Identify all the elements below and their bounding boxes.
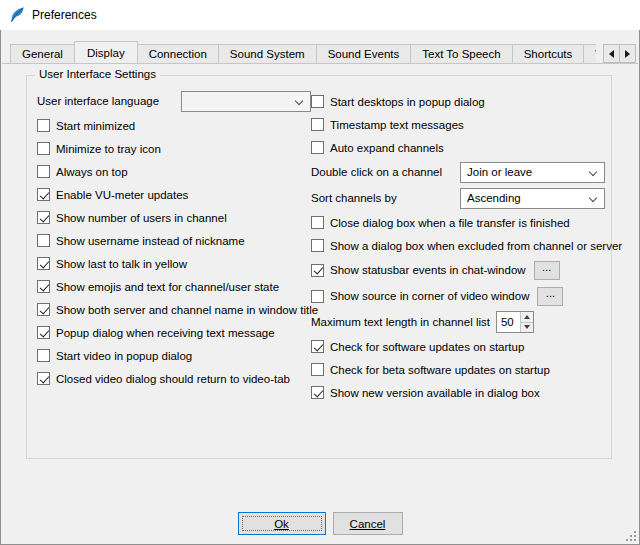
checkbox-box — [37, 188, 50, 201]
checkbox-box — [311, 216, 324, 229]
triangle-down-icon — [524, 325, 530, 329]
checkbox-software-updates[interactable]: Check for software updates on startup — [311, 335, 605, 358]
double-click-label: Double click on a channel — [311, 166, 442, 178]
app-feather-icon — [8, 6, 26, 24]
window-title: Preferences — [32, 8, 97, 22]
tab-shortcuts[interactable]: Shortcuts — [512, 44, 585, 63]
video-source-config-button[interactable]: ... — [537, 287, 563, 306]
checkbox-box — [311, 118, 324, 131]
checkbox-box — [37, 372, 50, 385]
tab-pane-border — [2, 63, 638, 64]
tab-scroll-left-button[interactable] — [603, 44, 620, 63]
max-text-length-spinner[interactable]: 50 — [496, 311, 534, 333]
tab-text-to-speech[interactable]: Text To Speech — [410, 44, 512, 63]
checkbox-show-user-count[interactable]: Show number of users in channel — [37, 206, 311, 229]
checkbox-box — [37, 234, 50, 247]
checkbox-new-version-dialog[interactable]: Show new version available in dialog box — [311, 381, 605, 404]
chevron-down-icon — [589, 193, 597, 201]
max-text-length-label: Maximum text length in channel list — [311, 316, 490, 328]
double-click-value: Join or leave — [467, 166, 532, 178]
tab-scroll-right-button[interactable] — [619, 44, 636, 63]
group-title: User Interface Settings — [35, 68, 160, 80]
tab-bar: General Display Connection Sound System … — [10, 41, 596, 63]
checkbox-emojis-text-state[interactable]: Show emojis and text for channel/user st… — [37, 275, 311, 298]
language-label: User interface language — [37, 95, 159, 107]
checkbox-server-channel-title[interactable]: Show both server and channel name in win… — [37, 298, 311, 321]
checkbox-minimize-to-tray[interactable]: Minimize to tray icon — [37, 137, 311, 160]
right-column: Start desktops in popup dialog Timestamp… — [311, 90, 605, 404]
double-click-row: Double click on a channel Join or leave — [311, 159, 605, 185]
checkbox-video-return-tab[interactable]: Closed video dialog should return to vid… — [37, 367, 311, 390]
checkbox-excluded-dialog[interactable]: Show a dialog box when excluded from cha… — [311, 234, 605, 257]
spin-up-button[interactable] — [521, 312, 533, 323]
resize-grip-icon[interactable] — [624, 529, 637, 542]
checkbox-desktops-popup[interactable]: Start desktops in popup dialog — [311, 90, 605, 113]
max-text-length-row: Maximum text length in channel list 50 — [311, 309, 605, 335]
video-source-row: Show source in corner of video window ..… — [311, 283, 605, 309]
double-click-select[interactable]: Join or leave — [460, 162, 605, 183]
checkbox-box — [311, 141, 324, 154]
tab-video[interactable]: Video — [583, 44, 596, 63]
ui-settings-group: User Interface Settings User interface l… — [26, 75, 612, 459]
checkbox-box — [311, 340, 324, 353]
checkbox-close-file-transfer[interactable]: Close dialog box when a file transfer is… — [311, 211, 605, 234]
tab-general[interactable]: General — [10, 44, 75, 63]
sort-channels-label: Sort channels by — [311, 192, 397, 204]
button-box: Ok Cancel — [0, 512, 640, 535]
checkbox-box — [311, 239, 324, 252]
checkbox-box — [37, 165, 50, 178]
tab-sound-events[interactable]: Sound Events — [316, 44, 412, 63]
tab-connection[interactable]: Connection — [137, 44, 219, 63]
checkbox-timestamp-messages[interactable]: Timestamp text messages — [311, 113, 605, 136]
checkbox-last-talk-yellow[interactable]: Show last to talk in yellow — [37, 252, 311, 275]
titlebar: Preferences — [0, 0, 640, 30]
checkbox-box — [37, 303, 50, 316]
sort-channels-row: Sort channels by Ascending — [311, 185, 605, 211]
statusbar-events-row: Show statusbar events in chat-window ... — [311, 257, 605, 283]
checkbox-statusbar-events[interactable]: Show statusbar events in chat-window — [311, 264, 526, 277]
preferences-window: Preferences General Display Connection S… — [0, 0, 640, 545]
checkbox-box — [311, 290, 324, 303]
checkbox-box — [37, 119, 50, 132]
left-column: User interface language Start minimized … — [37, 88, 311, 390]
checkbox-box — [37, 280, 50, 293]
checkbox-box — [37, 211, 50, 224]
checkbox-vu-meter-updates[interactable]: Enable VU-meter updates — [37, 183, 311, 206]
tab-sound-system[interactable]: Sound System — [218, 44, 317, 63]
checkbox-box — [311, 363, 324, 376]
spin-down-button[interactable] — [521, 323, 533, 333]
chevron-down-icon — [589, 167, 597, 175]
cancel-button[interactable]: Cancel — [333, 512, 403, 535]
checkbox-box — [311, 386, 324, 399]
checkbox-auto-expand-channels[interactable]: Auto expand channels — [311, 136, 605, 159]
checkbox-popup-text-message[interactable]: Popup dialog when receiving text message — [37, 321, 311, 344]
ok-button[interactable]: Ok — [238, 512, 326, 535]
triangle-right-icon — [625, 50, 630, 58]
language-row: User interface language — [37, 88, 311, 114]
sort-channels-value: Ascending — [467, 192, 521, 204]
checkbox-show-username[interactable]: Show username instead of nickname — [37, 229, 311, 252]
tab-scrollers — [604, 44, 636, 63]
tab-display[interactable]: Display — [74, 41, 138, 63]
checkbox-box — [311, 95, 324, 108]
statusbar-events-config-button[interactable]: ... — [534, 261, 560, 280]
triangle-up-icon — [524, 315, 530, 319]
checkbox-box — [37, 257, 50, 270]
checkbox-box — [37, 326, 50, 339]
checkbox-box — [311, 264, 324, 277]
chevron-down-icon — [295, 96, 303, 104]
checkbox-box — [37, 142, 50, 155]
checkbox-always-on-top[interactable]: Always on top — [37, 160, 311, 183]
checkbox-video-popup[interactable]: Start video in popup dialog — [37, 344, 311, 367]
sort-channels-select[interactable]: Ascending — [460, 188, 605, 209]
triangle-left-icon — [609, 50, 614, 58]
checkbox-video-source-corner[interactable]: Show source in corner of video window — [311, 290, 529, 303]
checkbox-beta-updates[interactable]: Check for beta software updates on start… — [311, 358, 605, 381]
max-text-length-value: 50 — [497, 312, 520, 332]
spinner-buttons — [520, 312, 533, 332]
checkbox-box — [37, 349, 50, 362]
language-select[interactable] — [181, 91, 311, 112]
checkbox-start-minimized[interactable]: Start minimized — [37, 114, 311, 137]
